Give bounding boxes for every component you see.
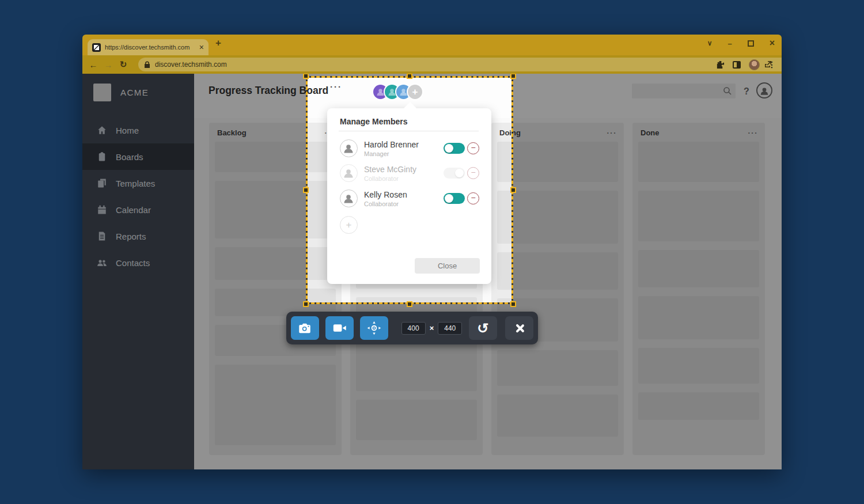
tab-title: https://discover.techsmith.com [105, 44, 195, 51]
search-icon [723, 86, 732, 96]
templates-icon [97, 178, 107, 188]
screen: https://discover.techsmith.com × + ∨ – ×… [0, 0, 864, 504]
window-close-button[interactable]: × [770, 38, 775, 48]
capture-toolbar: × ↺ [286, 312, 538, 344]
window-chevron-icon[interactable]: ∨ [707, 39, 713, 47]
capture-image-button[interactable] [291, 316, 319, 340]
card-placeholder [638, 392, 759, 420]
extensions-puzzle-icon[interactable] [716, 60, 725, 69]
selection-handle-ne[interactable] [510, 74, 516, 79]
card-placeholder [638, 250, 759, 287]
card-placeholder [638, 296, 759, 339]
redo-selection-button[interactable]: ↺ [469, 316, 497, 340]
web-page: ACME Home Boards Templates Calendar [82, 74, 782, 469]
column-label: Done [641, 128, 660, 137]
browser-url-bar: ← → ↻ discover.techsmith.com ☆ ⋮ [82, 55, 782, 74]
techsmith-favicon-icon [92, 43, 101, 52]
browser-window: https://discover.techsmith.com × + ∨ – ×… [82, 35, 782, 469]
camera-icon [297, 321, 312, 336]
home-icon [97, 125, 107, 135]
sidebar-item-reports[interactable]: Reports [82, 223, 194, 249]
redo-icon: ↺ [478, 321, 489, 335]
sidebar-item-boards[interactable]: Boards [82, 143, 194, 170]
reload-button[interactable]: ↻ [116, 59, 131, 70]
browser-tab[interactable]: https://discover.techsmith.com × [88, 39, 209, 55]
selection-handle-s[interactable] [407, 301, 412, 307]
logo-row: ACME [82, 74, 194, 111]
new-tab-button[interactable]: + [215, 37, 221, 49]
clipboard-icon [97, 151, 107, 162]
sidebar-item-label: Home [116, 126, 139, 135]
tab-close-icon[interactable]: × [199, 43, 204, 51]
acme-logo [93, 84, 111, 101]
selection-handle-e[interactable] [510, 187, 516, 193]
sidebar-item-label: Calendar [116, 205, 151, 215]
search-input[interactable] [632, 84, 736, 98]
help-icon[interactable]: ? [744, 86, 749, 97]
capture-selection-border [306, 76, 513, 304]
card-placeholder [497, 252, 618, 290]
selection-handle-n[interactable] [407, 74, 412, 79]
card-placeholder [497, 395, 618, 437]
selection-handle-nw[interactable] [303, 74, 309, 79]
sidebar-item-calendar[interactable]: Calendar [82, 196, 194, 223]
bookmark-star-icon[interactable]: ☆ [781, 60, 782, 69]
capture-video-button[interactable] [325, 316, 354, 340]
logo-text: ACME [120, 88, 149, 97]
user-avatar[interactable] [756, 82, 772, 98]
close-icon [514, 323, 525, 334]
report-icon [97, 231, 107, 241]
column-done: Done ··· [632, 123, 765, 455]
selection-width-input[interactable] [401, 322, 426, 335]
times-label: × [430, 324, 434, 332]
calendar-icon [97, 204, 107, 215]
sidebar-item-home[interactable]: Home [82, 117, 194, 143]
column-label: Backlog [217, 128, 247, 137]
url-text: discover.techsmith.com [155, 60, 759, 69]
browser-tab-bar: https://discover.techsmith.com × + ∨ – × [82, 35, 782, 55]
card-placeholder [497, 142, 618, 182]
card-placeholder [497, 350, 618, 386]
sidebar-item-label: Boards [116, 152, 143, 162]
column-menu-dots[interactable]: ··· [607, 128, 617, 137]
url-field[interactable]: discover.techsmith.com ☆ [138, 58, 782, 71]
forward-button: → [101, 60, 116, 70]
app-sidebar: ACME Home Boards Templates Calendar [82, 74, 194, 469]
selection-height-input[interactable] [438, 322, 462, 335]
selection-handle-w[interactable] [303, 187, 309, 193]
move-tool-icon [366, 320, 382, 336]
card-placeholder [497, 191, 618, 244]
card-placeholder [356, 340, 477, 391]
card-placeholder [638, 142, 759, 182]
card-placeholder [638, 348, 759, 384]
window-maximize-button[interactable] [748, 40, 754, 47]
browser-sidepanel-icon[interactable] [733, 61, 741, 69]
card-placeholder [638, 191, 759, 241]
move-selection-button[interactable] [360, 316, 388, 340]
window-minimize-button[interactable]: – [727, 39, 732, 48]
card-placeholder [356, 400, 477, 440]
video-camera-icon [332, 320, 347, 336]
cancel-capture-button[interactable] [505, 316, 533, 340]
sidebar-item-label: Contacts [116, 258, 150, 268]
browser-menu-icon[interactable]: ⋮ [768, 60, 776, 69]
browser-profile-avatar[interactable] [749, 59, 760, 70]
contacts-icon [97, 257, 107, 268]
card-placeholder [215, 365, 336, 445]
lock-icon [144, 61, 150, 69]
column-menu-dots[interactable]: ··· [748, 128, 759, 137]
sidebar-item-label: Reports [116, 232, 146, 241]
sidebar-item-templates[interactable]: Templates [82, 170, 194, 196]
selection-handle-se[interactable] [510, 301, 516, 307]
selection-handle-sw[interactable] [303, 301, 309, 307]
sidebar-item-contacts[interactable]: Contacts [82, 249, 194, 276]
back-button[interactable]: ← [86, 60, 101, 70]
sidebar-item-label: Templates [116, 179, 155, 188]
